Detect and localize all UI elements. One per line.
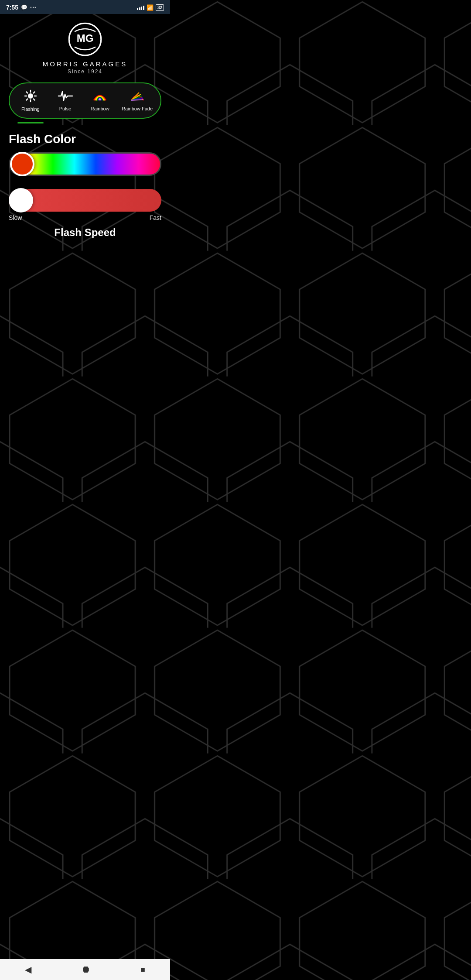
status-right: 📶 32 <box>137 4 164 11</box>
wifi-icon: 📶 <box>147 4 154 11</box>
brand-since: Since 1924 <box>68 69 102 75</box>
rainbow-fade-icon <box>130 90 145 104</box>
brand-name: MORRIS GARAGES <box>43 60 127 68</box>
battery-level: 32 <box>157 5 162 10</box>
mode-item-rainbow[interactable]: Rainbow <box>82 88 117 113</box>
message-icon: 💬 <box>21 4 27 10</box>
mode-item-flashing[interactable]: Flashing <box>13 88 48 113</box>
svg-line-12 <box>34 99 35 100</box>
speed-slider-track[interactable] <box>9 189 161 212</box>
svg-text:MG: MG <box>77 32 94 44</box>
status-time: 7:55 <box>6 4 18 11</box>
mode-item-rainbow-fade[interactable]: Rainbow Fade <box>117 88 157 113</box>
mode-item-pulse[interactable]: Pulse <box>48 88 83 113</box>
mode-label-rainbow: Rainbow <box>91 106 109 111</box>
speed-slider-container: Slow Fast <box>9 189 161 221</box>
status-left: 7:55 💬 ··· <box>6 4 37 11</box>
signal-bars <box>137 5 144 10</box>
mode-label-flashing: Flashing <box>21 106 40 112</box>
main-content: MG MORRIS GARAGES Since 1924 <box>0 14 170 239</box>
color-slider[interactable] <box>9 152 161 176</box>
pulse-icon <box>58 90 73 104</box>
battery-indicator: 32 <box>156 4 164 11</box>
svg-line-11 <box>26 92 27 93</box>
speed-label-fast: Fast <box>150 214 161 221</box>
mg-logo: MG <box>68 22 102 57</box>
flashing-icon <box>24 89 37 104</box>
flash-speed-title: Flash Speed <box>54 226 116 239</box>
speed-slider-thumb[interactable] <box>9 188 33 212</box>
active-mode-indicator <box>17 122 44 123</box>
speed-labels: Slow Fast <box>9 214 161 221</box>
color-slider-thumb[interactable] <box>10 152 34 176</box>
logo-section: MG MORRIS GARAGES Since 1924 <box>43 22 127 75</box>
flash-color-title: Flash Color <box>9 132 76 146</box>
status-bar: 7:55 💬 ··· 📶 32 <box>0 0 170 14</box>
mode-label-pulse: Pulse <box>59 106 72 111</box>
svg-line-14 <box>26 99 27 100</box>
speed-label-slow: Slow <box>9 214 22 221</box>
status-dots: ··· <box>30 4 37 11</box>
mode-selector: Flashing Pulse <box>9 82 161 119</box>
svg-point-6 <box>28 93 33 99</box>
rainbow-icon <box>92 90 108 104</box>
svg-line-13 <box>34 92 35 93</box>
mode-label-rainbow-fade: Rainbow Fade <box>122 106 153 111</box>
